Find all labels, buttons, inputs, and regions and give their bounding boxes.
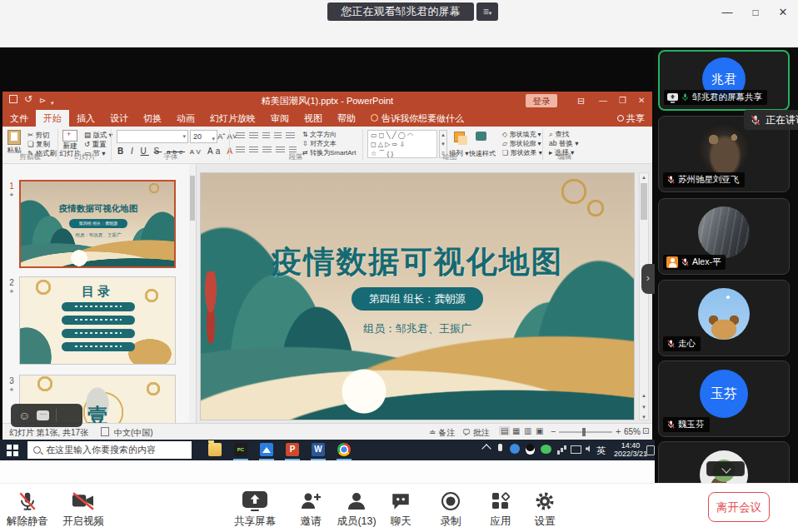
shape-outline-button[interactable]: ▱ 形状轮廓 ▾ <box>502 139 541 148</box>
emoji-smiley-icon[interactable]: ☺ <box>18 409 30 422</box>
blue-app-icon[interactable] <box>260 443 273 456</box>
tab-view[interactable]: 视图 <box>297 110 330 127</box>
scroll-up-icon[interactable]: ▲ <box>640 173 648 181</box>
participant-tile-sharer[interactable]: 兆君 邹兆君的屏幕共享 <box>658 50 790 111</box>
sidebar-collapse-handle[interactable]: › <box>641 264 655 294</box>
zoom-percent[interactable]: 65% <box>624 427 641 436</box>
ribbon-options-icon[interactable]: ⊟ <box>577 95 585 107</box>
pycharm-icon[interactable]: PC <box>234 443 247 456</box>
next-slide-button[interactable]: ▼ <box>640 405 648 410</box>
shape-fill-button[interactable]: ◇ 形状填充 ▾ <box>502 130 541 139</box>
notes-button[interactable]: ≐ 备注 <box>429 427 455 439</box>
tab-transitions[interactable]: 切换 <box>136 110 169 127</box>
tab-design[interactable]: 设计 <box>102 110 136 127</box>
tab-insert[interactable]: 插入 <box>69 110 102 127</box>
slide-thumbnail-1[interactable]: 疫情数据可视化地图 第四组 组长：龚朝源 组员：邹兆君、王振广 <box>19 180 176 268</box>
tray-volume-icon[interactable] <box>586 445 590 452</box>
quick-styles-button[interactable]: 快速样式 <box>469 149 496 158</box>
tab-home[interactable]: 开始 <box>36 110 69 127</box>
normal-view-icon[interactable]: ▤ <box>499 426 510 435</box>
scroll-down-icon[interactable]: ▼ <box>640 415 648 420</box>
bullets-icon[interactable] <box>236 132 245 140</box>
zoom-in-button[interactable]: + <box>616 426 621 436</box>
overlay-divider <box>56 409 57 422</box>
align-right-icon[interactable] <box>262 147 272 154</box>
tray-network-icon[interactable] <box>557 450 560 455</box>
font-name-select[interactable]: ▾ <box>117 130 188 143</box>
chat-bubble-icon[interactable]: ··· <box>37 410 49 420</box>
language-indicator[interactable]: 中文(中国) <box>114 427 153 439</box>
main-slide-canvas[interactable]: 疫情数据可视化地图 第四组 组长：龚朝源 组员：邹兆君、王振广 <box>200 172 635 420</box>
new-slide-icon[interactable]: + <box>62 130 77 142</box>
tray-qq-icon[interactable] <box>526 444 535 455</box>
word-icon[interactable]: W <box>312 443 325 456</box>
reading-view-icon[interactable]: ▥ <box>524 426 531 435</box>
quick-styles-icon[interactable] <box>476 132 486 141</box>
file-explorer-icon[interactable] <box>208 443 222 456</box>
tab-file[interactable]: 文件 <box>2 110 36 127</box>
fit-slide-icon[interactable]: ⊡ <box>642 426 649 435</box>
tell-me-box[interactable]: 告诉我你想要做什么 <box>363 110 471 127</box>
tray-battery-icon[interactable] <box>571 445 581 454</box>
thumbnail-scrollbar-thumb[interactable] <box>190 176 195 221</box>
text-direction-button[interactable]: ⇅ 文字方向 <box>302 130 337 139</box>
windows-start-button[interactable] <box>7 445 12 450</box>
collapse-videos-button[interactable] <box>706 461 745 476</box>
slide-scrollbar[interactable]: ▲ ▲ ▼ ▼ <box>639 172 649 420</box>
shape-effects-button[interactable]: ❑ 形状效果 ▾ <box>502 148 542 157</box>
tab-review[interactable]: 审阅 <box>263 110 297 127</box>
participant-name: Alex-平 <box>692 256 721 268</box>
slide-sorter-view-icon[interactable]: ▦ <box>512 426 520 435</box>
ppt-minimize-icon[interactable]: — <box>599 95 607 107</box>
align-left-icon[interactable] <box>236 147 245 154</box>
font-size-select[interactable]: 20▾ <box>190 130 217 143</box>
tray-expand-icon[interactable] <box>481 444 491 453</box>
taskbar-search-input[interactable]: 在这里输入你要搜索的内容 <box>27 441 192 459</box>
tray-mic-icon[interactable] <box>498 444 502 451</box>
align-text-button[interactable]: ⇳ 对齐文本 <box>302 139 337 148</box>
zoom-slider-track[interactable] <box>559 431 612 433</box>
tray-wechat-icon[interactable] <box>541 445 551 454</box>
chrome-icon[interactable] <box>337 443 351 456</box>
line-spacing-icon[interactable] <box>286 132 295 140</box>
zoom-out-button[interactable]: − <box>551 426 556 436</box>
banner-menu-button[interactable]: ≡▾ <box>476 2 498 21</box>
minimize-button[interactable]: — <box>718 5 736 20</box>
indent-decrease-icon[interactable] <box>262 132 270 140</box>
participant-tile[interactable]: Alex-平 <box>658 198 790 275</box>
ppt-share-button[interactable]: 共享 <box>610 110 652 127</box>
slide-thumbnail-2[interactable]: 目录 <box>19 276 176 365</box>
unmute-button[interactable]: 解除静音 <box>0 490 59 529</box>
previous-slide-button[interactable]: ▲ <box>640 393 648 398</box>
align-center-icon[interactable] <box>249 147 258 154</box>
share-screen-button[interactable]: 共享屏幕 <box>223 490 287 529</box>
start-video-button[interactable]: 开启视频 <box>52 490 115 529</box>
powerpoint-icon[interactable]: P <box>286 443 299 456</box>
action-center-icon[interactable] <box>646 445 655 455</box>
zoom-slider-thumb[interactable] <box>582 428 586 436</box>
participant-tile[interactable]: 走心 <box>658 280 790 356</box>
ime-indicator[interactable]: 英 <box>596 445 606 457</box>
paste-icon[interactable] <box>7 130 21 145</box>
tab-help[interactable]: 帮助 <box>330 110 363 127</box>
thumbnail-scrollbar[interactable] <box>189 164 196 423</box>
slide-scrollbar-thumb[interactable] <box>641 183 647 220</box>
close-button[interactable]: ✕ <box>774 5 792 20</box>
ppt-close-icon[interactable]: ✕ <box>638 95 645 107</box>
maximize-button[interactable]: □ <box>746 5 765 20</box>
slideshow-view-icon[interactable]: ▣ <box>536 426 543 435</box>
tray-blue-icon[interactable] <box>510 444 520 454</box>
numbering-icon[interactable] <box>249 132 258 140</box>
tab-slideshow[interactable]: 幻灯片放映 <box>202 110 263 127</box>
indent-increase-icon[interactable] <box>274 132 282 140</box>
tab-animations[interactable]: 动画 <box>169 110 202 127</box>
ppt-restore-icon[interactable]: ❐ <box>619 95 626 107</box>
leave-meeting-button[interactable]: 离开会议 <box>708 492 770 522</box>
group-paragraph-label: 段落 <box>273 152 318 162</box>
arrange-icon[interactable] <box>454 132 465 142</box>
participant-tile[interactable]: 玉芬 魏玉芬 <box>658 360 790 437</box>
grow-font-button[interactable]: Aˆ A˅ <box>217 132 237 141</box>
ppt-login-button[interactable]: 登录 <box>526 94 557 107</box>
comments-button[interactable]: 🗩 批注 <box>462 427 490 439</box>
settings-button[interactable]: 设置 <box>513 490 576 529</box>
